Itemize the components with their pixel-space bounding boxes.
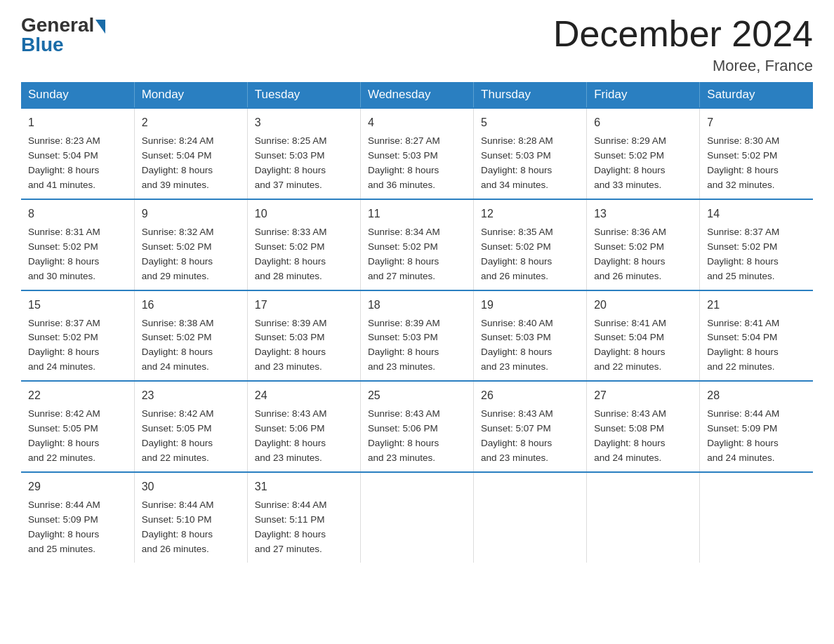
day-info: Sunrise: 8:43 AMSunset: 5:07 PMDaylight:… [481,407,579,466]
day-cell: 5Sunrise: 8:28 AMSunset: 5:03 PMDaylight… [474,108,587,199]
day-number: 28 [707,387,806,404]
day-cell [700,472,813,563]
day-info: Sunrise: 8:39 AMSunset: 5:03 PMDaylight:… [368,316,466,375]
day-number: 11 [368,206,466,222]
day-number: 30 [142,478,240,495]
week-row-2: 8Sunrise: 8:31 AMSunset: 5:02 PMDaylight… [21,199,813,290]
day-cell: 20Sunrise: 8:41 AMSunset: 5:04 PMDayligh… [587,290,700,382]
day-number: 1 [28,114,127,131]
header-tuesday: Tuesday [247,82,360,108]
logo-arrow-icon [95,20,105,34]
day-info: Sunrise: 8:36 AMSunset: 5:02 PMDaylight:… [594,225,692,284]
day-cell: 4Sunrise: 8:27 AMSunset: 5:03 PMDaylight… [360,108,473,199]
day-info: Sunrise: 8:23 AMSunset: 5:04 PMDaylight:… [28,134,127,193]
day-number: 22 [28,387,127,404]
day-number: 31 [255,478,353,495]
header-friday: Friday [587,82,700,108]
header-sunday: Sunday [21,82,134,108]
day-info: Sunrise: 8:38 AMSunset: 5:02 PMDaylight:… [142,316,240,375]
day-number: 6 [594,114,692,131]
day-info: Sunrise: 8:31 AMSunset: 5:02 PMDaylight:… [28,225,127,284]
day-number: 4 [368,114,466,131]
day-cell: 11Sunrise: 8:34 AMSunset: 5:02 PMDayligh… [360,199,473,290]
day-cell: 25Sunrise: 8:43 AMSunset: 5:06 PMDayligh… [360,381,473,472]
day-number: 29 [28,478,127,495]
day-number: 18 [368,297,466,314]
day-info: Sunrise: 8:34 AMSunset: 5:02 PMDaylight:… [368,225,466,284]
day-info: Sunrise: 8:44 AMSunset: 5:09 PMDaylight:… [707,407,806,466]
day-cell: 21Sunrise: 8:41 AMSunset: 5:04 PMDayligh… [700,290,813,382]
day-cell: 31Sunrise: 8:44 AMSunset: 5:11 PMDayligh… [247,472,360,563]
day-info: Sunrise: 8:42 AMSunset: 5:05 PMDaylight:… [142,407,240,466]
day-cell: 24Sunrise: 8:43 AMSunset: 5:06 PMDayligh… [247,381,360,472]
week-row-1: 1Sunrise: 8:23 AMSunset: 5:04 PMDaylight… [21,108,813,199]
day-info: Sunrise: 8:44 AMSunset: 5:10 PMDaylight:… [142,498,240,557]
day-number: 14 [707,206,806,222]
day-info: Sunrise: 8:37 AMSunset: 5:02 PMDaylight:… [707,225,806,284]
day-info: Sunrise: 8:42 AMSunset: 5:05 PMDaylight:… [28,407,127,466]
day-cell: 26Sunrise: 8:43 AMSunset: 5:07 PMDayligh… [474,381,587,472]
day-number: 26 [481,387,579,404]
header-wednesday: Wednesday [360,82,473,108]
title-area: December 2024 Moree, France [553,14,813,75]
day-cell [587,472,700,563]
page-header: General Blue December 2024 Moree, France [21,14,813,75]
day-info: Sunrise: 8:24 AMSunset: 5:04 PMDaylight:… [142,134,240,193]
day-info: Sunrise: 8:33 AMSunset: 5:02 PMDaylight:… [255,225,353,284]
logo: General Blue [21,14,105,56]
day-number: 19 [481,297,579,314]
day-number: 7 [707,114,806,131]
day-cell: 15Sunrise: 8:37 AMSunset: 5:02 PMDayligh… [21,290,134,382]
day-info: Sunrise: 8:35 AMSunset: 5:02 PMDaylight:… [481,225,579,284]
day-cell: 3Sunrise: 8:25 AMSunset: 5:03 PMDaylight… [247,108,360,199]
day-cell: 23Sunrise: 8:42 AMSunset: 5:05 PMDayligh… [134,381,247,472]
day-number: 21 [707,297,806,314]
day-info: Sunrise: 8:39 AMSunset: 5:03 PMDaylight:… [255,316,353,375]
day-cell: 18Sunrise: 8:39 AMSunset: 5:03 PMDayligh… [360,290,473,382]
day-number: 15 [28,297,127,314]
day-number: 13 [594,206,692,222]
header-thursday: Thursday [474,82,587,108]
day-number: 16 [142,297,240,314]
day-cell: 16Sunrise: 8:38 AMSunset: 5:02 PMDayligh… [134,290,247,382]
day-info: Sunrise: 8:43 AMSunset: 5:06 PMDaylight:… [255,407,353,466]
day-info: Sunrise: 8:44 AMSunset: 5:09 PMDaylight:… [28,498,127,557]
day-info: Sunrise: 8:43 AMSunset: 5:08 PMDaylight:… [594,407,692,466]
day-info: Sunrise: 8:41 AMSunset: 5:04 PMDaylight:… [707,316,806,375]
day-number: 27 [594,387,692,404]
day-number: 12 [481,206,579,222]
day-cell: 13Sunrise: 8:36 AMSunset: 5:02 PMDayligh… [587,199,700,290]
day-cell: 10Sunrise: 8:33 AMSunset: 5:02 PMDayligh… [247,199,360,290]
day-cell: 28Sunrise: 8:44 AMSunset: 5:09 PMDayligh… [700,381,813,472]
day-cell: 12Sunrise: 8:35 AMSunset: 5:02 PMDayligh… [474,199,587,290]
day-number: 24 [255,387,353,404]
day-number: 17 [255,297,353,314]
day-number: 20 [594,297,692,314]
day-info: Sunrise: 8:25 AMSunset: 5:03 PMDaylight:… [255,134,353,193]
day-cell: 14Sunrise: 8:37 AMSunset: 5:02 PMDayligh… [700,199,813,290]
week-row-3: 15Sunrise: 8:37 AMSunset: 5:02 PMDayligh… [21,290,813,382]
day-cell: 30Sunrise: 8:44 AMSunset: 5:10 PMDayligh… [134,472,247,563]
day-number: 23 [142,387,240,404]
day-number: 8 [28,206,127,222]
calendar-header-row: SundayMondayTuesdayWednesdayThursdayFrid… [21,82,813,108]
day-info: Sunrise: 8:30 AMSunset: 5:02 PMDaylight:… [707,134,806,193]
day-cell: 19Sunrise: 8:40 AMSunset: 5:03 PMDayligh… [474,290,587,382]
day-info: Sunrise: 8:27 AMSunset: 5:03 PMDaylight:… [368,134,466,193]
day-number: 2 [142,114,240,131]
day-number: 10 [255,206,353,222]
week-row-5: 29Sunrise: 8:44 AMSunset: 5:09 PMDayligh… [21,472,813,563]
day-cell: 6Sunrise: 8:29 AMSunset: 5:02 PMDaylight… [587,108,700,199]
day-info: Sunrise: 8:29 AMSunset: 5:02 PMDaylight:… [594,134,692,193]
header-saturday: Saturday [700,82,813,108]
day-info: Sunrise: 8:32 AMSunset: 5:02 PMDaylight:… [142,225,240,284]
day-info: Sunrise: 8:41 AMSunset: 5:04 PMDaylight:… [594,316,692,375]
day-info: Sunrise: 8:43 AMSunset: 5:06 PMDaylight:… [368,407,466,466]
week-row-4: 22Sunrise: 8:42 AMSunset: 5:05 PMDayligh… [21,381,813,472]
day-info: Sunrise: 8:40 AMSunset: 5:03 PMDaylight:… [481,316,579,375]
day-number: 3 [255,114,353,131]
day-cell: 2Sunrise: 8:24 AMSunset: 5:04 PMDaylight… [134,108,247,199]
location-subtitle: Moree, France [553,57,813,75]
day-info: Sunrise: 8:28 AMSunset: 5:03 PMDaylight:… [481,134,579,193]
day-number: 25 [368,387,466,404]
